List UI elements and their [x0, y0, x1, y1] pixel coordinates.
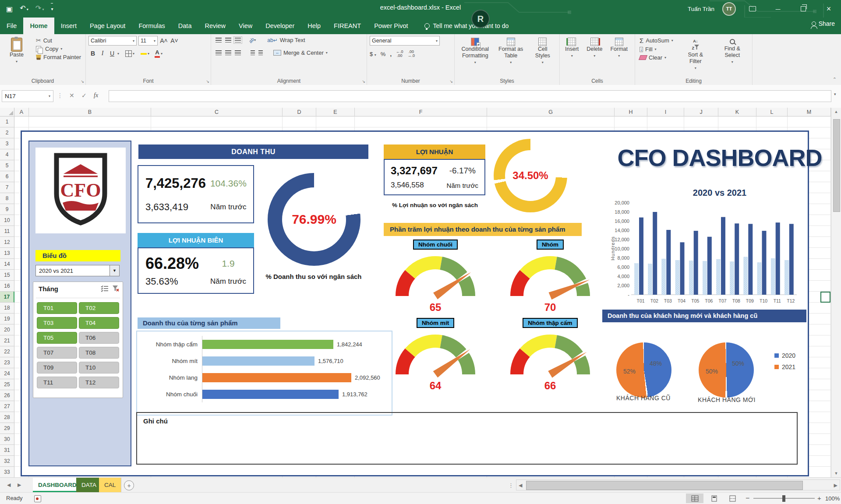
- slicer-button-t03[interactable]: T03: [37, 317, 77, 329]
- bold-button[interactable]: B: [88, 49, 97, 58]
- minimize-icon[interactable]: ─: [769, 5, 787, 13]
- zoom-slider-thumb[interactable]: [782, 495, 785, 502]
- column-header-d[interactable]: D: [283, 108, 316, 116]
- increase-decimal-icon[interactable]: ←.0.00: [396, 50, 403, 58]
- restore-icon[interactable]: [795, 5, 812, 13]
- macro-record-icon[interactable]: [34, 495, 41, 502]
- select-all-corner[interactable]: [0, 108, 14, 116]
- sheet-tab-cal[interactable]: CAL: [99, 478, 121, 492]
- increase-font-icon[interactable]: A˄: [159, 36, 168, 45]
- fx-icon[interactable]: fx: [94, 92, 98, 99]
- close-icon[interactable]: ×: [820, 4, 837, 14]
- row-header-18[interactable]: 18: [0, 303, 14, 314]
- cut-button[interactable]: ✂Cut: [34, 36, 83, 45]
- ribbon-tab-insert[interactable]: Insert: [54, 18, 83, 34]
- row-header-12[interactable]: 12: [0, 237, 14, 248]
- row-header-13[interactable]: 13: [0, 248, 14, 259]
- delete-cells-button[interactable]: Delete▾: [584, 36, 605, 77]
- name-box[interactable]: N17▾: [2, 90, 53, 102]
- vertical-scroll-thumb[interactable]: [833, 119, 840, 212]
- underline-button[interactable]: U: [108, 49, 117, 58]
- column-header-g[interactable]: G: [487, 108, 615, 116]
- decrease-indent-icon[interactable]: [251, 50, 255, 55]
- align-center-icon[interactable]: [225, 50, 231, 55]
- format-cells-button[interactable]: Format▾: [608, 36, 630, 77]
- page-break-view-button[interactable]: [724, 493, 741, 503]
- align-right-icon[interactable]: [235, 50, 241, 55]
- decrease-font-icon[interactable]: A˅: [170, 36, 179, 45]
- redo-icon[interactable]: ↷ ▾: [35, 3, 44, 15]
- row-header-17[interactable]: 17: [0, 292, 14, 303]
- row-header-32[interactable]: 32: [0, 456, 14, 467]
- format-as-table-button[interactable]: Format as Table▾: [495, 36, 527, 77]
- font-size-select[interactable]: 11▾: [138, 36, 158, 46]
- qat-customize-icon[interactable]: ▾: [51, 3, 53, 15]
- share-button[interactable]: Share: [812, 20, 835, 27]
- clipboard-dialog-launcher[interactable]: ↘: [81, 79, 84, 84]
- row-header-5[interactable]: 5: [0, 160, 14, 171]
- new-sheet-button[interactable]: +: [124, 480, 134, 490]
- slicer-button-t05[interactable]: T05: [37, 332, 77, 344]
- align-bottom-icon[interactable]: [235, 38, 241, 42]
- clear-filter-icon[interactable]: [112, 285, 119, 292]
- sort-filter-button[interactable]: A↓Z Sort & Filter▾: [679, 36, 712, 77]
- row-header-27[interactable]: 27: [0, 401, 14, 412]
- ribbon-tab-home[interactable]: Home: [23, 18, 54, 34]
- increase-indent-icon[interactable]: [258, 50, 263, 55]
- row-header-24[interactable]: 24: [0, 368, 14, 379]
- row-header-11[interactable]: 11: [0, 226, 14, 237]
- zoom-in-icon[interactable]: +: [817, 494, 821, 502]
- confirm-entry-icon[interactable]: ✓: [81, 92, 87, 99]
- multi-select-icon[interactable]: [101, 285, 109, 292]
- align-top-icon[interactable]: [216, 38, 222, 42]
- insert-cells-button[interactable]: Insert▾: [562, 36, 581, 77]
- ribbon-tab-view[interactable]: View: [232, 18, 259, 34]
- ribbon-tab-help[interactable]: Help: [301, 18, 327, 34]
- wrap-text-button[interactable]: ab↵Wrap Text: [265, 36, 307, 44]
- gauge-label-3[interactable]: Nhóm mít: [417, 318, 454, 328]
- avatar[interactable]: TT: [722, 2, 736, 16]
- font-family-select[interactable]: Calibri▾: [88, 36, 137, 46]
- prev-sheet-icon[interactable]: ◀: [7, 482, 11, 488]
- row-header-23[interactable]: 23: [0, 357, 14, 368]
- row-header-2[interactable]: 2: [0, 127, 14, 138]
- scroll-down-icon[interactable]: ▼: [831, 471, 841, 476]
- slicer-button-t10[interactable]: T10: [79, 362, 119, 374]
- row-header-15[interactable]: 15: [0, 270, 14, 281]
- format-painter-button[interactable]: Format Painter: [34, 53, 83, 61]
- slicer-button-t06[interactable]: T06: [79, 332, 119, 344]
- horizontal-scrollbar[interactable]: ◀ ▶: [516, 479, 840, 490]
- slicer-button-t11[interactable]: T11: [37, 377, 77, 388]
- column-header-a[interactable]: A: [14, 108, 29, 116]
- comma-style-icon[interactable]: ,: [390, 51, 392, 57]
- cell-styles-button[interactable]: Cell Styles▾: [529, 36, 557, 77]
- row-header-22[interactable]: 22: [0, 346, 14, 357]
- row-header-9[interactable]: 9: [0, 204, 14, 215]
- column-header-k[interactable]: K: [718, 108, 756, 116]
- row-header-19[interactable]: 19: [0, 314, 14, 324]
- ribbon-tab-developer[interactable]: Developer: [259, 18, 301, 34]
- scroll-left-icon[interactable]: ◀: [519, 483, 522, 488]
- paste-button[interactable]: Paste▾: [3, 36, 31, 67]
- column-header-h[interactable]: H: [615, 108, 647, 116]
- notes-box[interactable]: Ghi chú: [136, 412, 798, 465]
- number-format-select[interactable]: General▾: [370, 36, 440, 46]
- percent-style-icon[interactable]: %: [381, 51, 386, 57]
- ribbon-tab-page-layout[interactable]: Page Layout: [83, 18, 132, 34]
- row-header-16[interactable]: 16: [0, 281, 14, 292]
- ribbon-tab-review[interactable]: Review: [198, 18, 232, 34]
- slicer-button-t09[interactable]: T09: [37, 362, 77, 374]
- vertical-scrollbar[interactable]: ▲ ▼: [831, 108, 841, 477]
- italic-button[interactable]: I: [98, 49, 107, 58]
- row-header-30[interactable]: 30: [0, 434, 14, 445]
- row-header-33[interactable]: 33: [0, 467, 14, 477]
- row-header-3[interactable]: 3: [0, 138, 14, 149]
- row-header-20[interactable]: 20: [0, 324, 14, 335]
- find-select-button[interactable]: Find & Select▾: [716, 36, 749, 77]
- row-header-21[interactable]: 21: [0, 335, 14, 346]
- slicer-button-t07[interactable]: T07: [37, 347, 77, 359]
- fill-color-button[interactable]: [141, 53, 147, 55]
- column-header-l[interactable]: L: [756, 108, 788, 116]
- row-header-6[interactable]: 6: [0, 171, 14, 182]
- row-header-29[interactable]: 29: [0, 423, 14, 434]
